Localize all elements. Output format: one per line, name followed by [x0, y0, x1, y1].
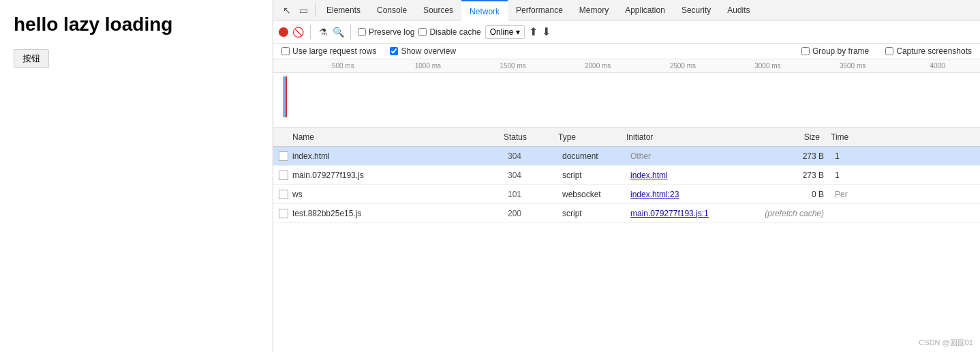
row-size-2: 0 B [748, 190, 829, 199]
page-title: hello lazy loading [14, 14, 259, 35]
table-row[interactable]: ws 101 websocket index.html:23 0 B Per [273, 185, 980, 204]
timeline-ruler: 500 ms 1000 ms 1500 ms 2000 ms 2500 ms 3… [273, 59, 980, 73]
toolbar-divider [310, 25, 311, 39]
chevron-down-icon: ▾ [516, 27, 520, 37]
row-checkbox-0[interactable] [279, 151, 288, 161]
row-checkbox-2[interactable] [279, 190, 288, 199]
row-initiator-0: Other [625, 151, 748, 161]
header-initiator[interactable]: Initiator [621, 132, 744, 142]
record-button[interactable] [279, 27, 288, 37]
disable-cache-checkbox[interactable] [418, 28, 427, 36]
row-time-1: 1 [829, 171, 980, 180]
row-size-1: 273 B [748, 171, 829, 180]
large-rows-option[interactable]: Use large request rows [281, 46, 376, 56]
row-initiator-2[interactable]: index.html:23 [625, 190, 748, 199]
tab-sources[interactable]: Sources [415, 0, 461, 20]
row-type-0: document [557, 151, 625, 161]
row-size-3: (prefetch cache) [748, 209, 829, 218]
show-overview-option[interactable]: Show overview [390, 46, 456, 56]
tab-bar: ↖ ▭ Elements Console Sources Network Per… [273, 0, 980, 20]
options-row: Use large request rows Show overview Gro… [273, 44, 980, 59]
table-row[interactable]: index.html 304 document Other 273 B 1 [273, 147, 980, 166]
toolbar-divider2 [350, 25, 351, 39]
timeline-graph [273, 73, 980, 128]
devtools-panel: ↖ ▭ Elements Console Sources Network Per… [273, 0, 980, 352]
table-row[interactable]: test.882bb25e15.js 200 script main.07927… [273, 204, 980, 223]
row-type-2: websocket [557, 190, 625, 199]
row-name-3: test.882bb25e15.js [292, 209, 502, 218]
timeline-area: 500 ms 1000 ms 1500 ms 2000 ms 2500 ms 3… [273, 59, 980, 128]
header-size[interactable]: Size [744, 132, 825, 142]
row-checkbox-3[interactable] [279, 209, 288, 218]
row-time-2: Per [829, 190, 980, 199]
tab-console[interactable]: Console [369, 0, 415, 20]
device-icon[interactable]: ▭ [296, 3, 311, 17]
row-name-1: main.079277f193.js [292, 171, 502, 180]
row-status-1: 304 [502, 171, 557, 180]
large-rows-checkbox[interactable] [281, 47, 290, 55]
capture-screenshots-option[interactable]: Capture screenshots [885, 46, 972, 56]
show-overview-checkbox[interactable] [390, 47, 398, 55]
header-name[interactable]: Name [273, 132, 498, 142]
row-checkbox-1[interactable] [279, 171, 288, 180]
row-name-0: index.html [292, 151, 502, 161]
row-status-2: 101 [502, 190, 557, 199]
tab-performance[interactable]: Performance [508, 0, 571, 20]
ruler-mark-6: 3500 ms [810, 62, 895, 70]
table-row[interactable]: main.079277f193.js 304 script index.html… [273, 166, 980, 185]
tab-application[interactable]: Application [617, 0, 673, 20]
download-button[interactable]: ⬇ [542, 25, 551, 38]
inspect-icon[interactable]: ↖ [280, 3, 294, 17]
table-header: Name Status Type Initiator Size Time [273, 128, 980, 147]
toolbar: 🚫 ⚗ 🔍 Preserve log Disable cache Online … [273, 20, 980, 44]
row-type-3: script [557, 209, 625, 218]
ruler-mark-4: 2500 ms [641, 62, 726, 70]
disable-cache-label[interactable]: Disable cache [418, 27, 480, 37]
group-by-frame-option[interactable]: Group by frame [801, 46, 869, 56]
row-initiator-1[interactable]: index.html [625, 171, 748, 180]
clear-icon[interactable]: 🚫 [292, 27, 303, 38]
row-status-0: 304 [502, 151, 557, 161]
tab-security[interactable]: Security [673, 0, 719, 20]
page-content: hello lazy loading 按钮 [0, 0, 273, 352]
row-name-2: ws [292, 190, 502, 199]
timeline-red-line [286, 76, 287, 117]
ruler-mark-2: 1500 ms [470, 62, 555, 70]
row-initiator-3[interactable]: main.079277f193.js:1 [625, 209, 748, 218]
preserve-log-label[interactable]: Preserve log [358, 27, 414, 37]
tab-audits[interactable]: Audits [719, 0, 758, 20]
row-status-3: 200 [502, 209, 557, 218]
upload-button[interactable]: ⬆ [529, 25, 538, 38]
search-icon[interactable]: 🔍 [333, 27, 343, 38]
tab-memory[interactable]: Memory [571, 0, 617, 20]
header-time[interactable]: Time [825, 132, 980, 142]
filter-icon[interactable]: ⚗ [318, 27, 328, 38]
page-button[interactable]: 按钮 [14, 49, 49, 68]
network-table: Name Status Type Initiator Size Time ind… [273, 128, 980, 352]
tab-elements[interactable]: Elements [318, 0, 369, 20]
options-right: Group by frame Capture screenshots [801, 46, 972, 56]
ruler-mark-1: 1000 ms [386, 62, 471, 70]
ruler-mark-3: 2000 ms [555, 62, 641, 70]
row-size-0: 273 B [748, 151, 829, 161]
capture-screenshots-checkbox[interactable] [885, 47, 893, 55]
tab-network[interactable]: Network [461, 0, 508, 20]
header-status[interactable]: Status [498, 132, 553, 142]
group-by-frame-checkbox[interactable] [801, 47, 810, 55]
row-type-1: script [557, 171, 625, 180]
online-select[interactable]: Online ▾ [485, 25, 525, 39]
ruler-mark-0: 500 ms [301, 62, 386, 70]
ruler-mark-7: 4000 [895, 62, 980, 70]
row-time-0: 1 [829, 151, 980, 161]
header-type[interactable]: Type [553, 132, 621, 142]
ruler-mark-5: 3000 ms [725, 62, 810, 70]
tab-icons: ↖ ▭ [276, 3, 316, 17]
watermark: CSDN @圆圆01 [919, 338, 973, 348]
preserve-log-checkbox[interactable] [358, 28, 366, 36]
